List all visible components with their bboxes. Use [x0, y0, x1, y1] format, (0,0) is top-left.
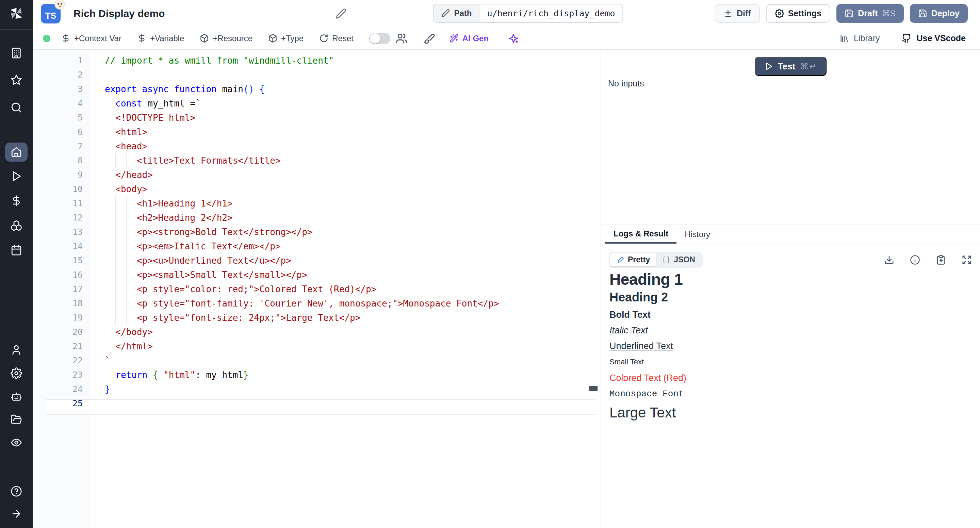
code-line[interactable]: 7 <head>: [33, 139, 601, 153]
code-line[interactable]: 2: [33, 68, 601, 82]
script-toolbar: +Context Var +Variable +Resource +Type R…: [33, 27, 980, 50]
info-icon[interactable]: [910, 255, 920, 265]
code-line[interactable]: 9 </head>: [33, 168, 601, 182]
ai-gen-label: AI Gen: [463, 34, 488, 43]
edit-summary-pencil-icon[interactable]: [336, 8, 347, 19]
reset-button[interactable]: Reset: [319, 34, 353, 43]
line-number: 19: [33, 311, 105, 325]
assistant-toggle[interactable]: [369, 33, 390, 44]
format-brush-icon[interactable]: [424, 33, 435, 44]
draft-button[interactable]: Draft ⌘S: [837, 4, 904, 23]
result-large: Large Text: [609, 404, 972, 421]
download-icon[interactable]: [884, 255, 894, 265]
pretty-view-button[interactable]: Pretty: [610, 253, 656, 266]
lang-label: TS: [45, 11, 56, 21]
code-line[interactable]: 3export async function main() {: [33, 82, 601, 96]
test-button[interactable]: Test ⌘↵: [755, 57, 827, 76]
tab-logs-result[interactable]: Logs & Result: [605, 225, 676, 243]
code-line[interactable]: 11 <h1>Heading 1</h1>: [33, 196, 601, 211]
code-line[interactable]: 12 <h2>Heading 2</h2>: [33, 211, 601, 225]
code-line[interactable]: 19 <p style="font-size: 24px;">Large Tex…: [33, 311, 601, 325]
code-line[interactable]: 13 <p><strong>Bold Text</strong></p>: [33, 225, 601, 239]
result-toolbar: Pretty JSON: [601, 244, 980, 270]
clipboard-copy-icon[interactable]: [936, 255, 946, 265]
ai-gen-button[interactable]: AI Gen: [450, 34, 488, 43]
schedules-calendar-icon[interactable]: [11, 244, 22, 256]
code-line[interactable]: 8 <title>Text Formats</title>: [33, 153, 601, 168]
variables-dollar-icon[interactable]: [11, 195, 22, 207]
path-label-section[interactable]: Path: [434, 5, 479, 22]
settings-gear-icon[interactable]: [11, 367, 22, 379]
workers-bot-icon[interactable]: [11, 391, 22, 402]
path-value[interactable]: u/henri/rich_display_demo: [479, 5, 622, 22]
line-number: 5: [33, 111, 105, 125]
code-line[interactable]: 23 return { "html": my_html}: [33, 368, 601, 382]
code-line[interactable]: 25: [33, 396, 601, 410]
code-editor[interactable]: 1// import * as wmill from "windmill-cli…: [33, 50, 601, 528]
result-monospace: Monospace Font: [609, 389, 972, 399]
json-view-button[interactable]: JSON: [656, 253, 701, 266]
diff-button[interactable]: Diff: [714, 4, 760, 23]
result-bold: Bold Text: [609, 309, 972, 320]
code-line[interactable]: 6 <html>: [33, 125, 601, 139]
code-line[interactable]: 24}: [33, 382, 601, 396]
code-editor-lines[interactable]: 1// import * as wmill from "windmill-cli…: [33, 53, 601, 410]
settings-button[interactable]: Settings: [766, 4, 830, 23]
add-resource-button[interactable]: +Resource: [200, 34, 253, 43]
dollar-icon: [61, 34, 70, 43]
rotate-cw-icon: [319, 34, 328, 43]
use-vscode-button[interactable]: Use VScode: [901, 33, 966, 43]
line-number: 12: [33, 211, 105, 225]
divider: [0, 132, 33, 132]
line-number: 8: [33, 153, 105, 168]
code-line[interactable]: 10 <body>: [33, 182, 601, 196]
line-number: 11: [33, 196, 105, 211]
expand-icon[interactable]: [962, 255, 972, 265]
code-line[interactable]: 15 <p><u>Underlined Text</u></p>: [33, 253, 601, 268]
expand-sidebar-arrow-icon[interactable]: [11, 508, 22, 520]
line-number: 25: [33, 396, 105, 410]
folders-icon[interactable]: [11, 414, 22, 425]
code-line[interactable]: 5 <!DOCTYPE html>: [33, 111, 601, 125]
deploy-label: Deploy: [931, 8, 959, 18]
code-line[interactable]: 1// import * as wmill from "windmill-cli…: [33, 53, 601, 68]
audit-eye-icon[interactable]: [11, 437, 22, 448]
user-icon[interactable]: [11, 344, 22, 356]
search-icon[interactable]: [11, 102, 22, 113]
windmill-logo-icon[interactable]: [7, 4, 26, 23]
code-line[interactable]: 18 <p style="font-family: 'Courier New',…: [33, 296, 601, 311]
add-type-button[interactable]: +Type: [268, 34, 304, 43]
result-colored: Colored Text (Red): [609, 372, 972, 383]
draft-label: Draft: [858, 8, 878, 18]
add-context-var-button[interactable]: +Context Var: [61, 34, 121, 43]
users-icon[interactable]: [396, 33, 407, 44]
use-vscode-label: Use VScode: [916, 33, 966, 43]
runs-play-icon[interactable]: [11, 170, 22, 182]
workspace-apps-icon[interactable]: [11, 47, 22, 59]
sparkles-icon[interactable]: [508, 33, 519, 44]
code-line[interactable]: 20 </body>: [33, 325, 601, 339]
code-line[interactable]: 21 </html>: [33, 339, 601, 353]
resources-boxes-icon[interactable]: [11, 220, 22, 231]
sidebar-item-home[interactable]: [5, 143, 27, 162]
package-icon: [200, 34, 209, 43]
favorites-star-icon[interactable]: [11, 74, 22, 86]
line-number: 6: [33, 125, 105, 139]
library-button[interactable]: Library: [840, 33, 880, 43]
deploy-button[interactable]: Deploy: [910, 4, 968, 23]
code-line[interactable]: 16 <p><small>Small Text</small></p>: [33, 268, 601, 282]
settings-label: Settings: [788, 8, 822, 18]
help-icon[interactable]: [11, 485, 22, 497]
braces-icon: [662, 256, 670, 264]
line-number: 20: [33, 325, 105, 339]
path-control[interactable]: Path u/henri/rich_display_demo: [433, 4, 623, 23]
code-line[interactable]: 14 <p><em>Italic Text</em></p>: [33, 239, 601, 253]
code-line[interactable]: 22`: [33, 353, 601, 368]
code-line[interactable]: 17 <p style="color: red;">Colored Text (…: [33, 282, 601, 296]
tab-history[interactable]: History: [676, 225, 718, 243]
code-line[interactable]: 4 const my_html =`: [33, 96, 601, 111]
github-icon: [901, 33, 912, 43]
package-icon: [268, 34, 277, 43]
add-variable-button[interactable]: +Variable: [137, 34, 184, 43]
library-label: Library: [854, 33, 880, 43]
